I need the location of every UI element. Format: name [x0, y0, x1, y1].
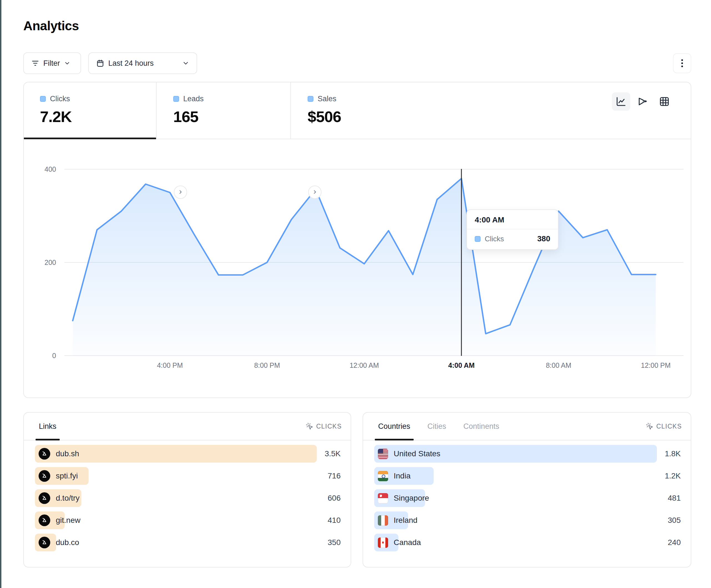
- date-range-label: Last 24 hours: [108, 59, 154, 68]
- stat-tab-label: Sales: [318, 95, 337, 103]
- tooltip-value: 380: [537, 234, 550, 243]
- link-row[interactable]: dub.sh 3.5K: [35, 445, 341, 462]
- tab-continents-label: Continents: [464, 422, 499, 431]
- sg-flag-icon: [378, 493, 388, 503]
- leads-legend-chip-icon: [173, 96, 179, 102]
- stat-tab-label: Leads: [183, 95, 204, 103]
- link-row[interactable]: dub.co 350: [35, 534, 341, 551]
- country-row[interactable]: Ireland 305: [374, 512, 681, 529]
- tooltip-series-label: Clicks: [485, 235, 504, 243]
- x-tick-label: 4:00 AM: [448, 361, 475, 369]
- tab-continents[interactable]: Continents: [464, 413, 499, 440]
- dub-logo-icon: [39, 515, 50, 526]
- stat-tab-value: 7.2K: [40, 108, 156, 126]
- cursor-click-icon: [646, 423, 653, 430]
- y-tick-label: 200: [44, 258, 56, 267]
- stat-tab-sales[interactable]: Sales $506: [292, 82, 447, 139]
- page-left-edge-accent: [0, 0, 1, 588]
- country-clicks-value: 240: [668, 538, 681, 547]
- countries-rows: United States 1.8K India 1.2K Singapore …: [363, 440, 691, 551]
- country-row[interactable]: India 1.2K: [374, 467, 681, 485]
- clicks-area-chart[interactable]: 4:00 AM Clicks 380: [64, 169, 684, 356]
- expand-leads-chevron-button[interactable]: ›: [174, 185, 187, 199]
- filter-bars-icon: [31, 59, 39, 67]
- country-label: Ireland: [394, 516, 417, 525]
- link-label: git.new: [56, 516, 81, 525]
- link-clicks-value: 350: [328, 538, 341, 547]
- countries-panel: Countries Cities Continents CLICKS Unite…: [363, 412, 691, 567]
- chart-view-toolbar: [612, 92, 673, 111]
- funnel-view-button[interactable]: [633, 92, 652, 111]
- tab-countries-label: Countries: [378, 422, 410, 431]
- page-title: Analytics: [23, 18, 79, 33]
- filter-button-label: Filter: [43, 59, 60, 68]
- country-label: Canada: [394, 538, 421, 547]
- country-row[interactable]: Singapore 481: [374, 489, 681, 507]
- link-row[interactable]: git.new 410: [35, 512, 341, 529]
- kebab-menu-icon: [678, 59, 686, 68]
- x-tick-label: 12:00 PM: [641, 361, 670, 369]
- ca-flag-icon: [378, 538, 388, 548]
- table-view-button[interactable]: [655, 92, 673, 111]
- links-metric-header-label: CLICKS: [316, 423, 342, 430]
- stat-tab-label: Clicks: [50, 95, 70, 103]
- area-chart-canvas: [64, 169, 684, 356]
- link-row[interactable]: spti.fyi 716: [35, 467, 341, 485]
- stat-tab-clicks[interactable]: Clicks 7.2K: [24, 82, 156, 139]
- calendar-icon: [96, 59, 104, 67]
- x-tick-label: 12:00 AM: [349, 361, 379, 369]
- bar-track: [374, 467, 657, 485]
- dub-logo-icon: [39, 448, 50, 459]
- chevron-right-icon: ›: [314, 187, 316, 196]
- country-clicks-value: 481: [668, 494, 681, 502]
- tab-countries[interactable]: Countries: [378, 413, 410, 440]
- us-flag-icon: [378, 449, 388, 459]
- ie-flag-icon: [378, 515, 388, 526]
- link-clicks-value: 716: [328, 472, 341, 480]
- country-clicks-value: 1.2K: [665, 472, 681, 480]
- stat-tab-value: 165: [173, 108, 290, 126]
- links-panel-header: Links CLICKS: [24, 413, 351, 440]
- tab-links-label: Links: [39, 422, 56, 431]
- in-flag-icon: [378, 471, 388, 481]
- country-row[interactable]: Canada 240: [374, 534, 681, 551]
- line-chart-icon: [616, 96, 626, 107]
- countries-metric-header-button[interactable]: CLICKS: [646, 423, 682, 430]
- stat-tabs-row: Clicks 7.2K Leads 165 Sales $506: [24, 82, 691, 139]
- country-label: United States: [394, 449, 440, 458]
- link-clicks-value: 410: [328, 516, 341, 525]
- chevron-down-icon: [182, 60, 189, 67]
- filter-button[interactable]: Filter: [23, 52, 81, 74]
- chevron-down-icon: [64, 60, 70, 67]
- countries-metric-header-label: CLICKS: [656, 423, 682, 430]
- link-label: dub.co: [56, 538, 79, 547]
- country-clicks-value: 305: [668, 516, 681, 525]
- line-chart-view-button[interactable]: [612, 92, 630, 111]
- country-clicks-value: 1.8K: [665, 449, 681, 458]
- clicks-legend-chip-icon: [40, 96, 46, 102]
- link-label: dub.sh: [56, 449, 79, 458]
- date-range-button[interactable]: Last 24 hours: [88, 52, 197, 74]
- country-label: India: [394, 472, 411, 480]
- link-clicks-value: 3.5K: [325, 449, 341, 458]
- x-tick-label: 4:00 PM: [157, 361, 183, 369]
- links-metric-header-button[interactable]: CLICKS: [306, 423, 342, 430]
- country-row[interactable]: United States 1.8K: [374, 445, 681, 462]
- links-panel: Links CLICKS dub.sh 3.5K: [23, 412, 351, 567]
- y-tick-label: 0: [52, 352, 56, 360]
- stat-tab-value: $506: [308, 108, 447, 126]
- tab-links[interactable]: Links: [39, 413, 56, 440]
- tooltip-time: 4:00 AM: [467, 210, 558, 229]
- expand-sales-chevron-button[interactable]: ›: [308, 185, 322, 199]
- tab-cities[interactable]: Cities: [428, 413, 447, 440]
- links-rows: dub.sh 3.5K spti.fyi 716 d: [24, 440, 351, 551]
- chart-tooltip: 4:00 AM Clicks 380: [467, 209, 559, 250]
- more-options-button[interactable]: [673, 53, 691, 73]
- sales-legend-chip-icon: [308, 96, 314, 102]
- countries-panel-header: Countries Cities Continents CLICKS: [363, 413, 691, 440]
- link-row[interactable]: d.to/try 606: [35, 489, 341, 507]
- cursor-click-icon: [306, 423, 314, 430]
- country-label: Singapore: [394, 494, 429, 502]
- dub-logo-icon: [39, 470, 50, 482]
- stat-tab-leads[interactable]: Leads 165: [157, 82, 291, 139]
